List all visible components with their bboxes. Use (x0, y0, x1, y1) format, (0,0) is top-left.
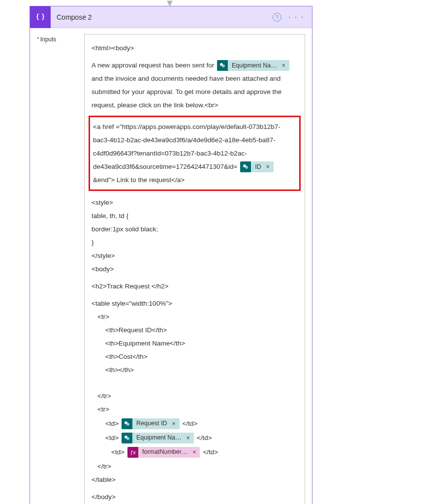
code-line: <th>Equipment Name</th> (92, 337, 298, 350)
required-marker: * (37, 36, 39, 43)
code-line: </table> (92, 473, 298, 486)
token-label: formatNumber… (138, 447, 190, 458)
token-label: Equipment Na… (228, 60, 280, 71)
code-line: <style> (92, 196, 298, 209)
code-line: table, th, td { (92, 209, 298, 222)
card-header[interactable]: Compose 2 ? · · · (30, 6, 312, 28)
token-remove-icon[interactable]: × (185, 433, 194, 443)
code-line: <tr> (92, 403, 298, 416)
td-row-request-id: <td> Request ID × </td> (92, 417, 298, 430)
sharepoint-icon (240, 161, 251, 172)
code-text: &end"> Link to the request</a> (93, 176, 185, 184)
card-title: Compose 2 (51, 13, 273, 21)
code-line: <th>Cost</th> (92, 350, 298, 363)
code-line: <tr> (92, 310, 298, 323)
sharepoint-icon (122, 433, 132, 443)
help-icon[interactable]: ? (273, 13, 281, 22)
token-remove-icon[interactable]: × (264, 161, 274, 172)
more-menu-icon[interactable]: · · · (288, 13, 304, 22)
token-id[interactable]: ID × (240, 161, 274, 172)
td-row-formatnumber: <td> ƒx formatNumber… × </td> (92, 445, 298, 459)
token-formatnumber[interactable]: ƒx formatNumber… × (127, 447, 200, 458)
inputs-label: *Inputs (37, 34, 84, 504)
inputs-textarea[interactable]: <html><body> A new approval request has … (84, 34, 305, 504)
svg-point-5 (126, 423, 129, 426)
highlighted-link-block: <a href ="https://apps.powerapps.com/pla… (89, 116, 301, 191)
flow-arrow-down-icon: ▼ (162, 0, 177, 6)
code-line: </style> (92, 249, 298, 262)
sharepoint-icon (122, 418, 132, 429)
svg-point-7 (126, 437, 129, 440)
token-equipment-name-2[interactable]: Equipment Na… × (122, 433, 194, 443)
svg-point-1 (222, 64, 225, 67)
td-row-equipment-name: <td> Equipment Na… × </td> (92, 431, 298, 444)
code-line: <table style="width:100%"> (92, 297, 298, 310)
fx-expression-icon: ƒx (127, 447, 138, 458)
code-line: </tr> (92, 389, 298, 403)
svg-point-3 (245, 166, 248, 169)
token-equipment-name[interactable]: Equipment Na… × (217, 60, 289, 71)
code-line: </tr> (92, 460, 298, 473)
code-line: </body> (92, 490, 298, 504)
code-line: <th>Request ID</th> (92, 323, 298, 337)
token-remove-icon[interactable]: × (190, 447, 200, 458)
code-line: <h2>Track Request </h2> (92, 280, 298, 293)
sharepoint-icon (217, 60, 228, 71)
code-line: } (92, 236, 298, 249)
token-label: Request ID (132, 418, 170, 429)
token-request-id[interactable]: Request ID × (122, 418, 180, 429)
paragraph-1: A new approval request has been sent for… (92, 59, 298, 112)
code-line: border:1px solid black; (92, 222, 298, 236)
code-line: <html><body> (92, 41, 298, 55)
compose-braces-icon (30, 6, 51, 28)
compose-action-card: Compose 2 ? · · · *Inputs <html><body> A… (30, 6, 312, 504)
token-remove-icon[interactable]: × (280, 60, 289, 71)
token-label: ID (251, 161, 264, 172)
token-remove-icon[interactable]: × (170, 418, 180, 429)
code-line: <body> (92, 262, 298, 276)
token-label: Equipment Na… (132, 433, 185, 443)
code-line: <th></th> (92, 363, 298, 377)
